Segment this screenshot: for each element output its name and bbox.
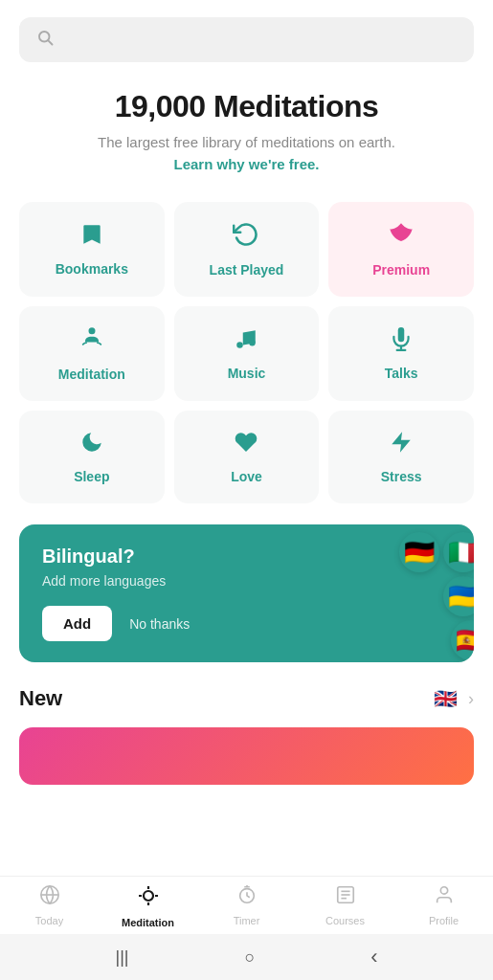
bilingual-actions: Add No thanks xyxy=(42,606,451,641)
meditation-nav-label: Meditation xyxy=(122,917,174,928)
music-label: Music xyxy=(228,366,266,381)
category-card-sleep[interactable]: Sleep xyxy=(19,411,165,503)
bookmarks-icon xyxy=(79,222,104,254)
flag-row-3: 🇪🇸 xyxy=(451,620,474,660)
stress-label: Stress xyxy=(381,469,422,484)
system-menu-button[interactable]: ||| xyxy=(115,947,128,968)
bilingual-no-thanks-button[interactable]: No thanks xyxy=(129,616,190,632)
nav-item-profile[interactable]: Profile xyxy=(415,884,473,928)
svg-marker-6 xyxy=(392,432,411,453)
music-icon xyxy=(234,326,258,358)
chevron-right-icon: › xyxy=(468,689,474,709)
svg-point-9 xyxy=(144,891,153,901)
flag-row-1: 🇩🇪 🇮🇹 xyxy=(399,532,474,572)
flag-spain: 🇪🇸 xyxy=(451,620,474,660)
system-home-button[interactable]: ○ xyxy=(244,947,255,968)
content-preview xyxy=(19,727,474,785)
svg-point-3 xyxy=(250,340,257,346)
bottom-nav: Today Meditation Timer xyxy=(0,876,493,934)
hero-subtitle: The largest free library of meditations … xyxy=(19,132,474,175)
courses-label: Courses xyxy=(325,915,365,926)
bilingual-add-button[interactable]: Add xyxy=(42,606,112,641)
nav-item-timer[interactable]: Timer xyxy=(218,884,276,928)
flags-container: 🇩🇪 🇮🇹 🇺🇦 🇪🇸 xyxy=(399,532,474,660)
hero-title: 19,000 Meditations xyxy=(19,89,474,124)
meditation-label: Meditation xyxy=(58,367,125,382)
english-flag: 🇬🇧 xyxy=(430,683,460,714)
bilingual-title: Bilingual? xyxy=(42,546,451,568)
svg-point-2 xyxy=(237,342,244,348)
hero-subtitle-text: The largest free library of meditations … xyxy=(98,134,395,150)
today-icon xyxy=(39,884,60,911)
category-card-meditation[interactable]: Meditation xyxy=(19,306,165,401)
premium-icon xyxy=(388,221,415,255)
category-card-music[interactable]: Music xyxy=(174,306,320,401)
love-icon xyxy=(234,430,258,461)
bookmarks-label: Bookmarks xyxy=(56,261,128,277)
courses-icon xyxy=(335,884,356,911)
svg-point-15 xyxy=(440,887,447,894)
search-bar[interactable] xyxy=(19,17,474,62)
category-card-premium[interactable]: Premium xyxy=(328,202,474,297)
search-icon xyxy=(36,29,54,51)
new-section-title: New xyxy=(19,686,62,711)
flag-italy: 🇮🇹 xyxy=(443,532,474,572)
category-card-love[interactable]: Love xyxy=(174,411,320,503)
category-card-bookmarks[interactable]: Bookmarks xyxy=(19,202,165,297)
talks-icon xyxy=(389,326,414,358)
sleep-icon xyxy=(79,430,104,461)
timer-label: Timer xyxy=(234,915,260,926)
last-played-label: Last Played xyxy=(210,262,284,278)
flag-germany: 🇩🇪 xyxy=(399,532,439,572)
profile-icon xyxy=(434,884,455,911)
stress-icon xyxy=(389,430,414,461)
new-section-header: New 🇬🇧 › xyxy=(19,683,474,714)
timer-icon xyxy=(236,884,258,911)
system-nav: ||| ○ ‹ xyxy=(0,934,493,980)
category-grid: Bookmarks Last Played Premium xyxy=(19,202,474,503)
new-section-right[interactable]: 🇬🇧 › xyxy=(430,683,474,714)
meditation-nav-icon xyxy=(137,884,160,913)
svg-line-1 xyxy=(48,40,52,44)
flag-row-2: 🇺🇦 xyxy=(443,576,474,616)
last-played-icon xyxy=(233,221,259,255)
flag-ukraine: 🇺🇦 xyxy=(443,576,474,616)
category-card-talks[interactable]: Talks xyxy=(328,306,474,401)
system-back-button[interactable]: ‹ xyxy=(370,945,377,969)
nav-item-courses[interactable]: Courses xyxy=(317,884,374,928)
today-label: Today xyxy=(35,915,63,926)
main-content: 19,000 Meditations The largest free libr… xyxy=(0,0,493,980)
premium-label: Premium xyxy=(372,262,430,278)
bilingual-banner: Bilingual? Add more languages Add No tha… xyxy=(19,524,474,662)
bilingual-subtitle: Add more languages xyxy=(42,573,451,589)
screen: 19,000 Meditations The largest free libr… xyxy=(0,0,493,980)
nav-item-today[interactable]: Today xyxy=(21,884,78,928)
talks-label: Talks xyxy=(385,366,418,381)
sleep-label: Sleep xyxy=(74,469,109,484)
hero-section: 19,000 Meditations The largest free libr… xyxy=(0,72,493,185)
love-label: Love xyxy=(231,469,262,484)
meditation-icon xyxy=(78,325,105,359)
category-card-stress[interactable]: Stress xyxy=(328,411,474,503)
profile-label: Profile xyxy=(429,915,459,926)
nav-item-meditation[interactable]: Meditation xyxy=(120,884,177,928)
category-card-last-played[interactable]: Last Played xyxy=(174,202,320,297)
hero-link[interactable]: Learn why we're free. xyxy=(174,156,320,172)
